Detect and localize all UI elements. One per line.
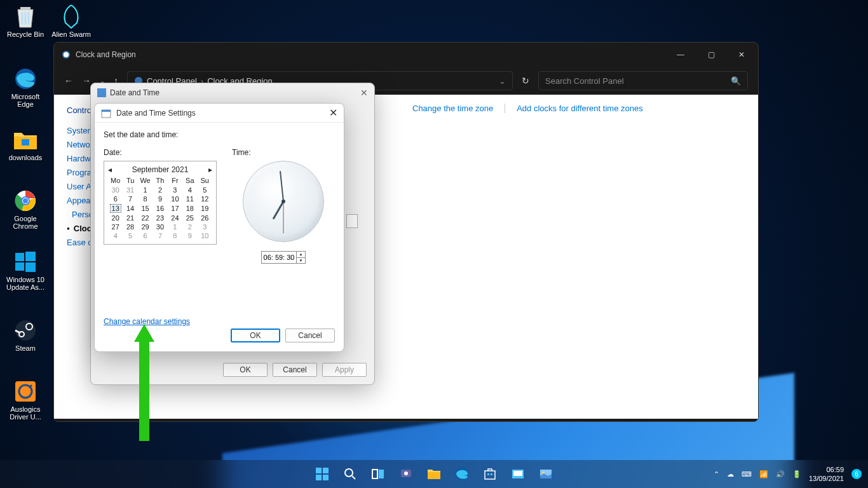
calendar-day[interactable]: 4 [108,231,123,240]
next-month-button[interactable]: ▸ [208,165,212,174]
close-button[interactable]: ✕ [329,107,337,119]
search-icon: 🔍 [731,76,741,86]
calendar-day[interactable]: 17 [168,203,182,214]
refresh-button[interactable]: ↻ [522,76,529,86]
calendar-day[interactable]: 3 [198,222,212,231]
calendar-day[interactable]: 9 [182,231,197,240]
calendar-day[interactable]: 30 [108,186,123,194]
back-button[interactable]: ← [64,76,73,86]
task-view-button[interactable] [367,463,390,485]
wifi-icon[interactable]: 📶 [759,470,768,478]
minimize-button[interactable]: — [672,46,689,64]
cancel-button[interactable]: Cancel [273,363,317,377]
calendar-day[interactable]: 29 [138,222,153,231]
app-button[interactable] [506,463,529,485]
calendar-day[interactable]: 15 [138,203,153,214]
volume-icon[interactable]: 🔊 [776,470,785,478]
close-button[interactable]: ✕ [733,46,750,64]
edge-button[interactable] [451,463,473,485]
calendar-day[interactable]: 5 [123,231,137,240]
search-button[interactable] [339,463,362,485]
close-button[interactable]: ✕ [360,88,368,98]
calendar-day[interactable]: 3 [168,186,182,194]
calendar-day[interactable]: 27 [108,222,123,231]
explorer-button[interactable] [423,463,445,485]
auslogics-icon [13,379,38,404]
notification-badge[interactable]: 6 [851,469,862,479]
calendar-day[interactable]: 26 [198,214,212,222]
start-button[interactable] [311,463,334,485]
calendar-day[interactable]: 6 [138,231,153,240]
svg-rect-27 [372,470,377,478]
onedrive-icon[interactable]: ☁ [727,470,734,478]
link-time-zone[interactable]: Change the time zone [412,104,505,113]
desktop-icon-label: Recycle Bin [7,30,44,38]
forward-button[interactable]: → [82,76,91,86]
calendar-day[interactable]: 9 [153,194,167,203]
desktop-icon-downloads[interactable]: downloads [5,127,46,161]
battery-icon[interactable]: 🔋 [792,470,801,478]
svg-rect-25 [323,475,329,480]
desktop-icon-steam[interactable]: Steam [5,318,46,352]
keyboard-icon[interactable]: ⌨ [742,470,752,478]
time-input[interactable]: ▲▼ [261,251,306,264]
store-button[interactable] [478,463,501,485]
search-input[interactable]: Search Control Panel🔍 [538,71,748,90]
calendar-day[interactable]: 23 [153,214,167,222]
calendar-day[interactable]: 7 [153,231,167,240]
clock-tray[interactable]: 06:59 13/09/2021 [809,465,844,483]
desktop-icon-win10update[interactable]: Windows 10 Update As... [5,249,46,291]
tray-overflow[interactable]: ⌃ [714,470,719,478]
calendar-day[interactable]: 8 [168,231,182,240]
calendar-day[interactable]: 2 [153,186,167,194]
calendar[interactable]: ◂ September 2021 ▸ MoTuWeThFrSaSu3031123… [104,161,217,245]
alien-icon [58,4,84,29]
link-add-clocks[interactable]: Add clocks for different time zones [517,104,642,113]
maximize-button[interactable]: ▢ [702,46,720,64]
calendar-day[interactable]: 8 [138,194,153,203]
desktop-icon-label: Google Chrome [5,215,46,230]
desktop-icon-edge[interactable]: Microsoft Edge [5,66,46,108]
calendar-day[interactable]: 4 [182,186,197,194]
desktop-icon-auslogics[interactable]: Auslogics Driver U... [5,379,46,421]
calendar-day[interactable]: 6 [108,194,123,203]
calendar-day[interactable]: 28 [123,222,137,231]
calendar-day[interactable]: 12 [198,194,212,203]
svg-rect-28 [379,470,384,478]
calendar-day[interactable]: 20 [108,214,123,222]
taskbar-center [311,463,557,485]
desktop-icon-recycle-bin[interactable]: Recycle Bin [5,4,46,38]
calendar-day[interactable]: 24 [168,214,182,222]
calendar-day[interactable]: 21 [123,214,137,222]
calendar-day[interactable]: 2 [182,222,197,231]
desktop-icon-alien-swarm[interactable]: Alien Swarm [51,4,92,38]
calendar-day[interactable]: 1 [138,186,153,194]
time-spinner[interactable]: ▲▼ [296,252,305,263]
calendar-day[interactable]: 1 [168,222,182,231]
desktop-icon-chrome[interactable]: Google Chrome [5,188,46,230]
calendar-day[interactable]: 5 [198,186,212,194]
calendar-day[interactable]: 14 [123,203,137,214]
calendar-day[interactable]: 10 [168,194,182,203]
calendar-day[interactable]: 10 [198,231,212,240]
calendar-day[interactable]: 18 [182,203,197,214]
calendar-day[interactable]: 11 [182,194,197,203]
month-label[interactable]: September 2021 [132,165,189,174]
prev-month-button[interactable]: ◂ [108,165,112,174]
calendar-day[interactable]: 31 [123,186,137,194]
chevron-down-icon[interactable]: ⌄ [499,76,506,86]
ok-button[interactable]: OK [223,363,268,377]
chat-button[interactable] [395,463,417,485]
calendar-day[interactable]: 19 [198,203,212,214]
app-button[interactable] [534,463,557,485]
calendar-day[interactable]: 30 [153,222,167,231]
calendar-day[interactable]: 16 [153,203,167,214]
calendar-day[interactable]: 25 [182,214,197,222]
calendar-day[interactable]: 22 [138,214,153,222]
time-field[interactable] [262,252,296,263]
calendar-day[interactable]: 13 [108,203,123,214]
ok-button[interactable]: OK [231,329,280,342]
time-section: Time: ▲▼ [232,148,335,264]
calendar-day[interactable]: 7 [123,194,137,203]
cancel-button[interactable]: Cancel [285,329,335,342]
